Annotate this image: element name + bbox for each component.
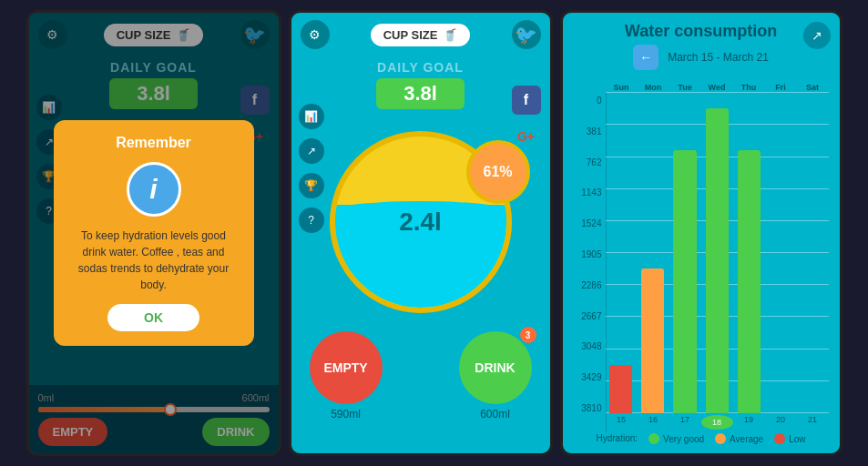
day-labels: Sun Mon Tue Wed Thu Fri Sat bbox=[606, 83, 829, 92]
mid-trophy-icon[interactable]: 🏆 bbox=[299, 173, 324, 198]
mid-bottom-section: EMPTY 590ml DRINK 3 600ml bbox=[291, 322, 550, 430]
day-label-tue: Tue bbox=[669, 83, 701, 92]
y-label-3: 2667 bbox=[574, 311, 602, 321]
chart-area: Sun Mon Tue Wed Thu Fri Sat 3810 3429 30… bbox=[563, 74, 840, 453]
bar-col-fri bbox=[768, 92, 796, 413]
bar-wed bbox=[706, 108, 729, 413]
right-panel: Water consumption ↗ ← March 15 - March 2… bbox=[560, 10, 842, 456]
bars-area bbox=[606, 92, 829, 431]
legend-average-label: Average bbox=[730, 434, 763, 444]
legend-average: Average bbox=[715, 433, 763, 444]
mid-social-icons: f G+ bbox=[512, 86, 541, 151]
water-circle-container: 2.4l 61% bbox=[330, 131, 512, 313]
y-label-6: 1524 bbox=[574, 218, 602, 228]
dialog-title: Remember bbox=[116, 135, 191, 151]
mid-facebook-icon[interactable]: f bbox=[512, 86, 541, 115]
day-label-sun: Sun bbox=[606, 83, 638, 92]
mid-help-icon[interactable]: ? bbox=[299, 208, 324, 233]
mid-cup-icon: 🥤 bbox=[443, 28, 457, 42]
legend-hydration-label: Hydration: bbox=[596, 433, 638, 444]
mid-button-row: EMPTY 590ml DRINK 3 600ml bbox=[310, 331, 532, 420]
bar-col-mon bbox=[638, 92, 667, 413]
y-label-8: 762 bbox=[574, 157, 602, 167]
y-label-9: 381 bbox=[574, 127, 602, 137]
info-letter: i bbox=[149, 174, 157, 205]
y-label-2: 3048 bbox=[574, 341, 602, 351]
mid-drink-ml: 600ml bbox=[480, 408, 510, 420]
legend-orange-dot bbox=[715, 433, 726, 444]
water-amount: 2.4l bbox=[399, 208, 442, 237]
mid-daily-goal-value: 3.8l bbox=[376, 78, 465, 109]
y-label-0: 3810 bbox=[574, 403, 602, 413]
bar-mon bbox=[641, 268, 664, 413]
mid-empty-button[interactable]: EMPTY bbox=[310, 331, 383, 404]
mid-cup-size-button[interactable]: CUP SIZE 🥤 bbox=[371, 24, 471, 46]
mid-settings-icon[interactable]: ⚙ bbox=[301, 20, 330, 49]
empty-col: EMPTY 590ml bbox=[310, 331, 383, 420]
chart-share-icon[interactable]: ↗ bbox=[803, 22, 831, 49]
chart-title: Water consumption bbox=[574, 22, 829, 41]
legend-red-dot bbox=[774, 433, 785, 444]
y-label-5: 1905 bbox=[574, 249, 602, 259]
y-label-4: 2286 bbox=[574, 280, 602, 290]
chart-date-nav: ← March 15 - March 21 bbox=[574, 45, 829, 70]
bar-col-sat bbox=[800, 92, 828, 413]
mid-share-icon[interactable]: ↗ bbox=[299, 138, 324, 164]
right-header: Water consumption ↗ ← March 15 - March 2… bbox=[563, 13, 840, 74]
percent-circle: 61% bbox=[466, 140, 530, 204]
legend-very-good: Very good bbox=[648, 433, 704, 444]
chart-date-range: March 15 - March 21 bbox=[668, 51, 769, 64]
chart-legend: Hydration: Very good Average Low bbox=[574, 433, 829, 444]
bar-col-thu bbox=[735, 92, 763, 413]
mid-sidebar-icons: 📊 ↗ 🏆 ? bbox=[299, 104, 324, 233]
day-label-sat: Sat bbox=[797, 83, 829, 92]
day-label-thu: Thu bbox=[733, 83, 765, 92]
mid-drink-label: DRINK bbox=[475, 360, 515, 375]
left-panel: ⚙ CUP SIZE 🥤 🐦 DAILY GOAL 3.8l 📊 ↗ 🏆 ? f… bbox=[26, 10, 281, 456]
dialog-overlay: Remember i To keep hydration levels good… bbox=[29, 13, 279, 453]
day-label-fri: Fri bbox=[765, 83, 797, 92]
bar-sun bbox=[609, 365, 632, 413]
y-label-10: 0 bbox=[574, 96, 602, 106]
mid-stats-icon[interactable]: 📊 bbox=[299, 104, 324, 129]
y-label-7: 1143 bbox=[574, 187, 602, 198]
bar-col-sun bbox=[607, 92, 635, 413]
mid-daily-goal-label: DAILY GOAL bbox=[377, 60, 464, 75]
remember-dialog: Remember i To keep hydration levels good… bbox=[54, 120, 254, 346]
mid-cup-size-label: CUP SIZE bbox=[383, 28, 438, 42]
bar-col-wed bbox=[703, 92, 731, 413]
legend-low-label: Low bbox=[789, 434, 805, 444]
legend-very-good-label: Very good bbox=[663, 434, 704, 444]
day-label-wed: Wed bbox=[701, 83, 733, 92]
dialog-info-icon: i bbox=[127, 162, 181, 217]
dialog-ok-button[interactable]: OK bbox=[107, 304, 199, 331]
bar-thu bbox=[738, 150, 761, 413]
mid-header: ⚙ CUP SIZE 🥤 🐦 bbox=[291, 13, 550, 56]
bar-tue bbox=[673, 150, 696, 413]
dialog-body-text: To keep hydration levels good drink wate… bbox=[68, 228, 240, 293]
legend-low: Low bbox=[774, 433, 805, 444]
chart-back-button[interactable]: ← bbox=[633, 45, 659, 70]
chart-grid: 3810 3429 3048 2667 2286 1905 1524 1143 … bbox=[574, 92, 829, 431]
y-label-1: 3429 bbox=[574, 372, 602, 382]
day-label-mon: Mon bbox=[638, 83, 669, 92]
drink-badge: 3 bbox=[520, 327, 536, 343]
mid-panel: ⚙ CUP SIZE 🥤 🐦 DAILY GOAL 3.8l 📊 ↗ 🏆 ? f… bbox=[289, 10, 553, 456]
legend-green-dot bbox=[648, 433, 659, 444]
mid-twitter-icon[interactable]: 🐦 bbox=[512, 20, 541, 49]
percent-value: 61% bbox=[483, 164, 512, 180]
drink-col: DRINK 3 600ml bbox=[459, 331, 532, 420]
y-axis: 3810 3429 3048 2667 2286 1905 1524 1143 … bbox=[574, 92, 606, 431]
bar-col-tue bbox=[670, 92, 699, 413]
mid-drink-button[interactable]: DRINK 3 bbox=[459, 331, 532, 404]
mid-empty-ml: 590ml bbox=[331, 408, 361, 420]
